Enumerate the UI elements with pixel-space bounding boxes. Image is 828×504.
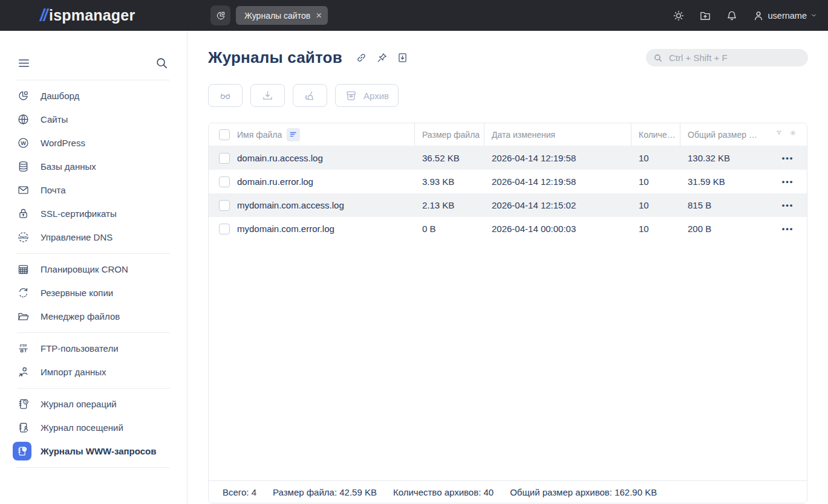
link-icon[interactable] (356, 52, 367, 63)
row-actions-icon[interactable]: ••• (782, 201, 794, 210)
sidebar-item-dashboard[interactable]: Дашборд (0, 84, 187, 108)
table-row[interactable]: domain.ru.access.log 36.52 KB 2026-04-14… (209, 146, 807, 170)
row-checkbox[interactable] (219, 224, 230, 234)
file-size: 36.52 KB (415, 146, 484, 170)
logs-table: Имя файла Размер файла Дата изменения Ко… (208, 123, 807, 503)
export-folder-icon[interactable] (699, 10, 711, 22)
column-header-filename[interactable]: Имя файла (209, 123, 415, 146)
search-input[interactable] (669, 53, 801, 63)
table-row[interactable]: mydomain.com.error.log 0 B 2026-04-14 00… (209, 217, 807, 241)
file-modified: 2026-04-14 12:19:58 (484, 170, 631, 193)
glasses-icon (219, 89, 232, 102)
archive-count: 10 (631, 146, 680, 170)
menu-hamburger-icon[interactable] (17, 56, 31, 70)
archive-count: 10 (631, 170, 680, 193)
row-actions-icon[interactable]: ••• (782, 224, 794, 233)
pin-icon[interactable] (376, 52, 388, 63)
sidebar-item-sites[interactable]: Сайты (0, 108, 187, 131)
sidebar-item-cron[interactable]: Планировщик CRON (0, 257, 187, 281)
sidebar-item-operations-log[interactable]: Журнал операций (0, 392, 187, 416)
broom-icon (304, 89, 316, 102)
logo-text: ispmanager (49, 7, 135, 24)
row-actions-icon[interactable]: ••• (782, 153, 794, 163)
chevron-down-icon (810, 12, 817, 19)
sidebar-item-databases[interactable]: Базы данных (0, 155, 187, 178)
table-header: Имя файла Размер файла Дата изменения Ко… (209, 123, 807, 146)
tab-label: Журналы сайтов (244, 11, 310, 21)
file-modified: 2026-04-14 12:15:02 (484, 193, 631, 217)
topbar-actions: username (673, 0, 817, 31)
row-actions-icon[interactable]: ••• (782, 177, 794, 186)
lock-icon (17, 207, 30, 220)
archive-icon (345, 89, 357, 102)
view-button[interactable] (208, 84, 243, 107)
journal-clock-icon (17, 398, 30, 410)
user-menu[interactable]: username (752, 10, 817, 22)
table-footer: Всего: 4 Размер файла: 42.59 KB Количест… (209, 480, 807, 503)
user-icon (752, 10, 764, 22)
file-name: mydomain.com.access.log (237, 200, 344, 210)
dashboard-tab-button[interactable] (210, 5, 230, 25)
select-all-checkbox[interactable] (219, 129, 230, 140)
footer-total: Всего: 4 (223, 487, 256, 497)
sidebar-search-icon[interactable] (155, 56, 169, 70)
row-checkbox[interactable] (219, 153, 230, 164)
calendar-icon (17, 263, 30, 276)
column-header-date[interactable]: Дата изменения (484, 123, 631, 146)
file-size: 2.13 KB (415, 193, 484, 217)
file-modified: 2026-04-14 12:19:58 (484, 146, 631, 170)
mail-icon (17, 184, 30, 196)
sidebar-divider (17, 467, 170, 468)
footer-archives-count: Количество архивов: 40 (393, 487, 494, 497)
svg-text:FTP: FTP (20, 343, 27, 347)
sidebar: Дашборд Сайты W WordPress Базы данных По… (0, 31, 187, 504)
archive-total-size: 200 B (680, 217, 769, 241)
column-header-total[interactable]: Общий размер … (680, 123, 769, 146)
folder-icon (17, 310, 30, 323)
sidebar-item-visits-log[interactable]: Журнал посещений (0, 416, 187, 439)
footer-file-size: Размер файла: 42.59 KB (273, 487, 377, 497)
clear-button[interactable] (293, 84, 327, 107)
sidebar-item-ssl[interactable]: SSL-сертификаты (0, 202, 187, 225)
page-title: Журналы сайтов (208, 48, 342, 67)
file-size: 3.93 KB (415, 170, 484, 193)
sidebar-item-mail[interactable]: Почта (0, 178, 187, 202)
ispmanager-logo[interactable]: // ispmanager (40, 6, 135, 25)
svg-text:W: W (21, 140, 26, 146)
table-row[interactable]: mydomain.com.access.log 2.13 KB 2026-04-… (209, 193, 807, 217)
table-row[interactable]: domain.ru.error.log 3.93 KB 2026-04-14 1… (209, 170, 807, 193)
tab-strip: Журналы сайтов × (210, 0, 328, 31)
file-size: 0 B (415, 217, 484, 241)
database-icon (17, 160, 30, 173)
theme-sun-icon[interactable] (673, 10, 685, 22)
sidebar-item-backups[interactable]: Резервные копии (0, 281, 187, 305)
row-checkbox[interactable] (219, 176, 230, 187)
main-content: Журналы сайтов Архив Имя файла (188, 31, 828, 504)
archive-button[interactable]: Архив (335, 84, 399, 107)
sidebar-item-wordpress[interactable]: W WordPress (0, 131, 187, 155)
gear-icon[interactable] (790, 130, 796, 139)
file-download-icon[interactable] (397, 52, 408, 63)
globe-icon (17, 113, 30, 126)
archive-button-label: Архив (363, 91, 389, 101)
download-button[interactable] (250, 84, 285, 107)
sidebar-item-ftp-users[interactable]: FTP FTP-пользователи (0, 337, 187, 360)
tab-site-logs[interactable]: Журналы сайтов × (236, 6, 328, 25)
archive-total-size: 130.32 KB (680, 146, 769, 170)
column-header-count[interactable]: Количе… (631, 123, 680, 146)
sort-icon[interactable] (287, 128, 300, 141)
tab-close-icon[interactable]: × (316, 10, 322, 21)
filter-icon[interactable] (776, 130, 782, 139)
sidebar-item-dns[interactable]: DNS Управление DNS (0, 225, 187, 249)
column-header-size[interactable]: Размер файла (415, 123, 484, 146)
notifications-bell-icon[interactable] (726, 10, 738, 22)
sidebar-item-www-logs[interactable]: Журналы WWW-запросов (0, 439, 187, 463)
row-checkbox[interactable] (219, 200, 230, 211)
table-empty-area (209, 241, 807, 480)
file-name: domain.ru.access.log (237, 153, 323, 163)
sidebar-item-import[interactable]: Импорт данных (0, 360, 187, 384)
search-field[interactable] (646, 49, 808, 66)
sidebar-item-filemanager[interactable]: Менеджер файлов (0, 305, 187, 328)
svg-text:DNS: DNS (20, 236, 27, 239)
ftp-icon: FTP (17, 342, 30, 355)
